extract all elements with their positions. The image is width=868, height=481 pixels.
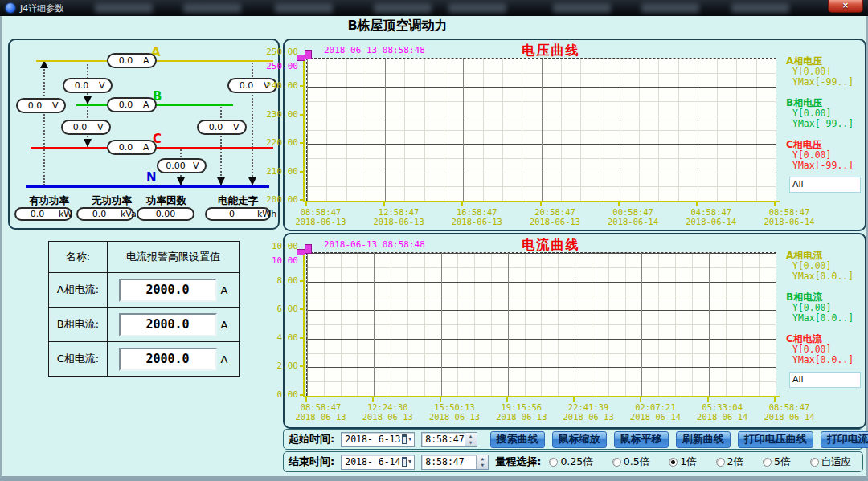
x-tick-label: 12:24:302018-06-13 (354, 402, 421, 422)
x-tick-date: 2018-06-13 (354, 412, 421, 422)
x-tick (573, 397, 575, 402)
reading-value: 0.0 (18, 100, 52, 111)
metric-unit: kW (59, 209, 71, 219)
alarm-value-input[interactable]: 2000.0 (119, 279, 217, 302)
legend-ymax-value: YMax[-99..] (786, 119, 854, 129)
x-tick-label: 15:50:132018-06-13 (421, 402, 489, 422)
range-option-4[interactable]: 5倍 (763, 455, 790, 469)
y-tick-label: 10.00 (256, 241, 298, 251)
time-spinner[interactable]: ▲▼ (465, 433, 477, 446)
y-tick-label: 200.00 (256, 194, 298, 205)
row-value-cell: 2000.0A (108, 348, 239, 371)
metric-3: 0kWh (205, 207, 271, 221)
range-option-text: 0.5倍 (624, 455, 649, 469)
legend-entry: B相电流Y[0.00]YMax[0.0..] (786, 292, 854, 324)
cursor-marker-handle[interactable] (297, 249, 305, 255)
start-time-picker[interactable]: 8:58:47▲▼ (421, 432, 477, 447)
arrow-down-icon (84, 96, 92, 104)
background-window-button (448, 3, 506, 13)
y-tick-label: 220.00 (256, 137, 298, 148)
y-tick-label: 4.00 (256, 332, 298, 343)
spin-up-icon[interactable]: ▲ (465, 433, 477, 439)
end-time-picker[interactable]: 8:58:47▲▼ (421, 455, 489, 470)
row-value-cell: 2000.0A (108, 279, 239, 302)
range-option-1[interactable]: 0.5倍 (612, 455, 649, 469)
refresh-curve-button[interactable]: 刷新曲线 (676, 431, 731, 448)
reading-unit: A (143, 142, 155, 153)
cursor-marker[interactable] (305, 50, 312, 59)
spin-down-icon[interactable]: ▼ (477, 462, 488, 468)
x-tick-time: 04:58:47 (678, 207, 745, 217)
reading-value: 0.0 (108, 100, 143, 110)
reading-value: 0.0 (108, 55, 143, 66)
radio-icon (763, 458, 772, 467)
end-date-picker[interactable]: 2018- 6-14▼ (341, 455, 415, 470)
metric-value: 0.0 (16, 209, 59, 219)
y-tick (300, 85, 305, 87)
y-tick (300, 114, 305, 116)
x-tick-date: 2018-06-13 (522, 217, 589, 226)
reading-unit: A (143, 55, 155, 66)
x-tick-date: 2018-06-13 (443, 217, 510, 226)
alarm-value-input[interactable]: 2000.0 (119, 348, 217, 371)
reading-voltage-c-n: 0.00V (157, 158, 207, 173)
x-tick-time: 20:58:47 (522, 207, 589, 217)
voltage-arrow-line (43, 60, 45, 185)
calendar-icon[interactable] (402, 457, 407, 467)
y-tick-label: 250.00 (256, 47, 298, 57)
x-tick-date: 2018-06-14 (621, 412, 689, 422)
chart-cursor-timestamp: 2018-06-13 08:58:48 (324, 239, 425, 250)
range-option-0[interactable]: 0.25倍 (549, 455, 592, 469)
x-tick-time: 15:50:13 (421, 402, 489, 412)
end-time-label: 结束时间: (289, 455, 334, 469)
dropdown-arrow-icon[interactable]: ▼ (408, 436, 411, 442)
legend-ymax-value: YMax[0.0..] (786, 355, 854, 365)
x-tick (774, 397, 776, 402)
metric-1: 0.0kVar (76, 207, 134, 221)
print-voltage-curve-button[interactable]: 打印电压曲线 (738, 431, 813, 448)
y-tick (300, 337, 305, 339)
x-tick-label: 16:58:472018-06-13 (443, 207, 510, 226)
legend-ymax-value: YMax[-99..] (786, 77, 854, 88)
window-titlebar: J4详细参数 × (0, 0, 868, 16)
phase-diagram-panel: ABCN0.0A0.0V0.0V0.0V0.0A0.0V0.0V0.0A0.00… (8, 39, 280, 230)
series-selector[interactable]: All (789, 177, 861, 193)
alarm-value-input[interactable]: 2000.0 (119, 313, 217, 336)
close-button[interactable]: × (828, 0, 863, 13)
spin-down-icon[interactable]: ▼ (465, 439, 477, 446)
chart-plot-area[interactable] (306, 252, 776, 396)
range-option-2[interactable]: 1倍 (669, 455, 696, 469)
cursor-marker-handle[interactable] (297, 55, 305, 61)
dropdown-arrow-icon[interactable]: ▼ (408, 459, 411, 465)
chart-plot-area[interactable] (306, 58, 776, 201)
cursor-marker[interactable] (305, 244, 312, 254)
series-selector[interactable]: All (789, 372, 861, 388)
start-date-picker[interactable]: 2018- 6-13▼ (341, 432, 415, 447)
x-tick-time: 08:58:47 (755, 207, 823, 217)
radio-icon (810, 458, 819, 467)
print-current-curve-button[interactable]: 打印电流曲线 (821, 431, 868, 448)
current-chart-panel: 电流曲线2018-06-13 08:58:4810.008.006.004.00… (283, 233, 866, 429)
metric-value: 0.0 (78, 209, 121, 219)
range-option-3[interactable]: 2倍 (716, 455, 743, 469)
time-spinner[interactable]: ▲▼ (476, 455, 488, 469)
reading-unit: V (97, 122, 109, 132)
x-tick-label: 08:58:472018-06-13 (287, 207, 354, 226)
y-axis (303, 252, 305, 397)
x-axis (303, 201, 780, 202)
mouse-zoom-button[interactable]: 鼠标缩放 (552, 431, 607, 448)
legend-entry: A相电压Y[0.00]YMax[-99..] (786, 56, 854, 88)
mouse-pan-button[interactable]: 鼠标平移 (614, 431, 669, 448)
background-window-button (95, 3, 153, 13)
x-tick-time: 08:58:47 (755, 402, 823, 412)
metric-label: 有功功率 (15, 194, 83, 208)
calendar-icon[interactable] (402, 434, 407, 444)
range-option-5[interactable]: 自适应 (810, 455, 852, 469)
y-tick-label: 210.00 (256, 166, 298, 177)
reading-value: 0.00 (158, 161, 193, 171)
spin-up-icon[interactable]: ▲ (477, 455, 488, 462)
reading-phase-b-current: 0.0A (107, 97, 157, 112)
search-curve-button[interactable]: 搜索曲线 (490, 431, 545, 448)
y-tick-label: 8.00 (256, 275, 298, 286)
metric-unit: kVar (121, 209, 133, 219)
